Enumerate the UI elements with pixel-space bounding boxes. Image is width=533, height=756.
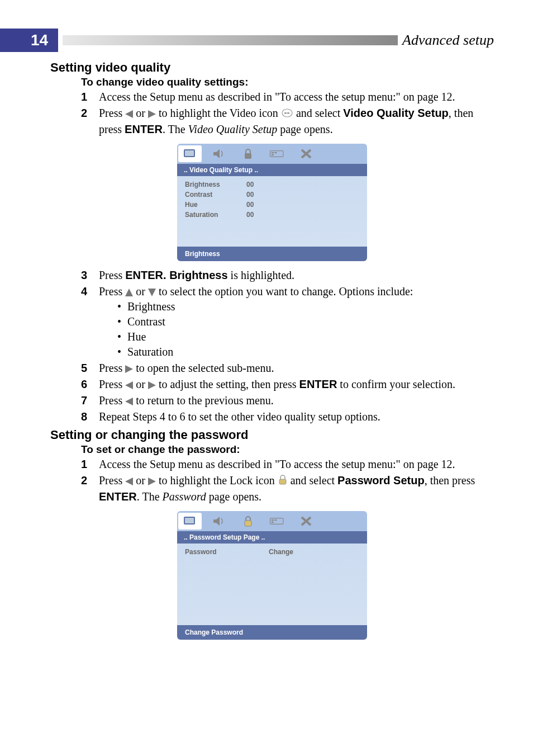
osd-row-value: Change bbox=[269, 547, 293, 557]
step-text: Press to open the selected sub-menu. bbox=[99, 361, 274, 376]
osd-title: .. Password Setup Page .. bbox=[177, 531, 367, 544]
text: Press bbox=[99, 285, 125, 297]
svg-rect-7 bbox=[272, 152, 274, 153]
arrow-up-icon bbox=[125, 289, 133, 296]
osd-row: Hue00 bbox=[185, 200, 359, 210]
step-text: Access the Setup menu as described in "T… bbox=[99, 457, 455, 472]
text: Press bbox=[99, 378, 125, 390]
osd-footer: Change Password bbox=[177, 625, 367, 640]
step-7: 7 Press to return to the previous menu. bbox=[81, 393, 494, 408]
osd-row-label: Brightness bbox=[185, 179, 246, 190]
subheading-video-quality: To change video quality settings: bbox=[81, 76, 494, 88]
osd-tab-close-icon bbox=[294, 513, 318, 530]
step-text: Press to return to the previous menu. bbox=[99, 393, 274, 408]
osd-tab-lock-icon bbox=[236, 145, 260, 162]
osd-body: PasswordChange bbox=[177, 544, 367, 625]
step-number: 3 bbox=[81, 268, 99, 283]
text: , then press bbox=[425, 474, 475, 486]
svg-rect-15 bbox=[272, 519, 274, 521]
text-italic: Password bbox=[163, 490, 206, 503]
text: to adjust the setting, then press bbox=[159, 378, 299, 390]
text: or bbox=[136, 474, 148, 486]
text: or bbox=[136, 285, 148, 297]
osd-tab-bar bbox=[177, 144, 367, 164]
arrow-right-icon bbox=[125, 365, 133, 373]
text-italic: Video Quality Setup bbox=[188, 123, 278, 135]
text-bold: ENTER bbox=[125, 123, 163, 135]
text: to highlight the Video icon bbox=[159, 107, 281, 119]
svg-rect-6 bbox=[270, 150, 283, 157]
osd-password: .. Password Setup Page .. PasswordChange… bbox=[177, 511, 367, 640]
step-5: 5 Press to open the selected sub-menu. bbox=[81, 361, 494, 376]
osd-row-label: Contrast bbox=[185, 190, 246, 200]
osd-row-value: 00 bbox=[246, 210, 254, 220]
osd-row-label: Saturation bbox=[185, 210, 246, 220]
svg-rect-8 bbox=[272, 154, 274, 155]
osd-tab-speaker-icon bbox=[207, 145, 231, 162]
step-8: 8 Repeat Steps 4 to 6 to set the other v… bbox=[81, 409, 494, 424]
svg-rect-16 bbox=[272, 522, 274, 523]
osd-tab-speaker-icon bbox=[207, 513, 231, 530]
svg-rect-13 bbox=[245, 521, 251, 526]
text: Press bbox=[99, 269, 125, 281]
text-bold: ENTER bbox=[299, 378, 337, 390]
text: and select bbox=[291, 474, 337, 486]
text: page opens. bbox=[277, 123, 332, 135]
step-2-pw: 2 Press or to highlight the Lock icon an… bbox=[81, 473, 494, 504]
step-number: 8 bbox=[81, 409, 99, 424]
osd-tab-video-icon bbox=[265, 145, 289, 162]
svg-rect-10 bbox=[279, 479, 286, 484]
osd-tab-general-icon bbox=[178, 145, 202, 162]
list-item: Hue bbox=[117, 329, 494, 344]
arrow-right-icon bbox=[148, 110, 156, 118]
svg-rect-9 bbox=[274, 152, 277, 153]
arrow-left-icon bbox=[125, 398, 133, 405]
osd-tab-general-icon bbox=[178, 513, 202, 530]
step-1-pw: 1 Access the Setup menu as described in … bbox=[81, 457, 494, 472]
osd-row: Contrast00 bbox=[185, 190, 359, 200]
text: to highlight the Lock icon bbox=[159, 474, 278, 486]
osd-video-quality: .. Video Quality Setup .. Brightness00 C… bbox=[177, 144, 367, 261]
list-item: Brightness bbox=[117, 299, 494, 314]
osd-title: .. Video Quality Setup .. bbox=[177, 164, 367, 176]
step-text: Access the Setup menu as described in "T… bbox=[99, 89, 455, 105]
text-bold: ENTER bbox=[99, 490, 137, 503]
text-bold: ENTER. Brightness bbox=[125, 269, 227, 281]
text: or bbox=[136, 107, 148, 119]
step-number: 1 bbox=[81, 89, 99, 105]
text-bold: Password Setup bbox=[337, 474, 425, 486]
osd-body: Brightness00 Contrast00 Hue00 Saturation… bbox=[177, 176, 367, 247]
text: to confirm your selection. bbox=[337, 378, 455, 390]
list-item: Contrast bbox=[117, 314, 494, 329]
step-number: 2 bbox=[81, 106, 99, 137]
step-number: 2 bbox=[81, 473, 99, 504]
bullet-list: Brightness Contrast Hue Saturation bbox=[117, 299, 494, 360]
step-number: 7 bbox=[81, 393, 99, 408]
svg-rect-17 bbox=[274, 519, 277, 521]
lock-icon bbox=[278, 474, 288, 489]
osd-footer: Brightness bbox=[177, 247, 367, 261]
step-text: Repeat Steps 4 to 6 to set the other vid… bbox=[99, 409, 380, 424]
section-heading-password: Setting or changing the password bbox=[50, 428, 494, 442]
text: Press bbox=[99, 394, 125, 407]
header-title: Advanced setup bbox=[402, 32, 533, 49]
svg-rect-4 bbox=[185, 150, 194, 156]
text: . The bbox=[163, 123, 188, 135]
step-number: 1 bbox=[81, 457, 99, 472]
svg-rect-2 bbox=[287, 112, 289, 114]
arrow-down-icon bbox=[148, 289, 156, 296]
list-item: Saturation bbox=[117, 344, 494, 360]
text: Press bbox=[99, 362, 125, 374]
osd-row-label: Hue bbox=[185, 200, 246, 210]
header-gradient bbox=[63, 35, 398, 45]
svg-rect-1 bbox=[284, 112, 287, 114]
osd-row-value: 00 bbox=[246, 190, 254, 200]
svg-rect-12 bbox=[185, 518, 194, 523]
svg-rect-14 bbox=[270, 518, 283, 524]
section-heading-video-quality: Setting video quality bbox=[50, 60, 494, 75]
step-text: Press or to highlight the Video icon and… bbox=[99, 106, 494, 137]
arrow-right-icon bbox=[148, 381, 156, 389]
step-6: 6 Press or to adjust the setting, then p… bbox=[81, 377, 494, 392]
step-text: Press or to adjust the setting, then pre… bbox=[99, 377, 455, 392]
step-text: Press or to select the option you want t… bbox=[99, 284, 413, 299]
